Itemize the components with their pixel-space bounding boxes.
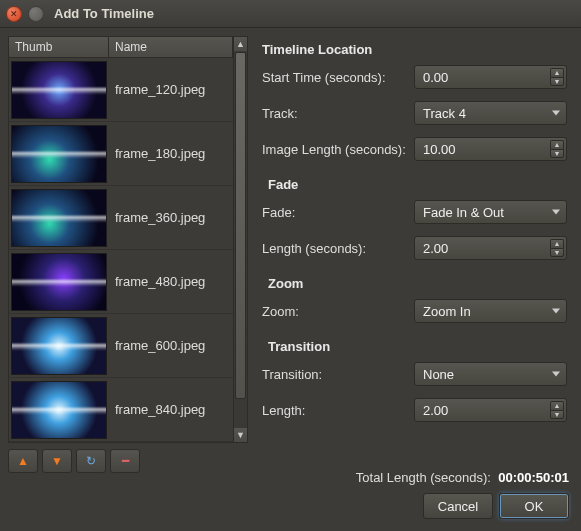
column-thumb[interactable]: Thumb bbox=[9, 37, 109, 57]
spin-up-icon[interactable]: ▲ bbox=[550, 401, 564, 410]
list-item[interactable]: frame_180.jpeg bbox=[9, 122, 233, 186]
chevron-down-icon bbox=[552, 309, 560, 314]
list-header: Thumb Name bbox=[9, 37, 233, 58]
spin-up-icon[interactable]: ▲ bbox=[550, 68, 564, 77]
thumbnail-image bbox=[11, 61, 107, 119]
file-name: frame_600.jpeg bbox=[109, 338, 205, 353]
transition-length-spinner[interactable]: 2.00 ▲▼ bbox=[414, 398, 567, 422]
list-item[interactable]: frame_120.jpeg bbox=[9, 58, 233, 122]
fade-dropdown[interactable]: Fade In & Out bbox=[414, 200, 567, 224]
thumbnail-image bbox=[11, 125, 107, 183]
start-time-spinner[interactable]: 0.00 ▲▼ bbox=[414, 65, 567, 89]
cancel-button[interactable]: Cancel bbox=[423, 493, 493, 519]
total-length-label: Total Length (seconds): bbox=[356, 470, 491, 485]
column-name[interactable]: Name bbox=[109, 37, 233, 57]
file-name: frame_840.jpeg bbox=[109, 402, 205, 417]
thumbnail-image bbox=[11, 253, 107, 311]
image-length-spinner[interactable]: 10.00 ▲▼ bbox=[414, 137, 567, 161]
chevron-down-icon bbox=[552, 210, 560, 215]
label-start-time: Start Time (seconds): bbox=[258, 70, 414, 85]
label-fade-length: Length (seconds): bbox=[258, 241, 414, 256]
transition-length-value: 2.00 bbox=[423, 403, 448, 418]
transition-value: None bbox=[423, 367, 454, 382]
list-item[interactable]: frame_840.jpeg bbox=[9, 378, 233, 442]
total-length-value: 00:00:50:01 bbox=[498, 470, 569, 485]
spin-down-icon[interactable]: ▼ bbox=[550, 410, 564, 420]
spin-down-icon[interactable]: ▼ bbox=[550, 77, 564, 87]
file-name: frame_480.jpeg bbox=[109, 274, 205, 289]
list-item[interactable]: frame_480.jpeg bbox=[9, 250, 233, 314]
zoom-value: Zoom In bbox=[423, 304, 471, 319]
file-name: frame_180.jpeg bbox=[109, 146, 205, 161]
image-length-value: 10.00 bbox=[423, 142, 456, 157]
window-minimize-button[interactable] bbox=[28, 6, 44, 22]
spin-down-icon[interactable]: ▼ bbox=[550, 149, 564, 159]
thumbnail-image bbox=[11, 317, 107, 375]
list-item[interactable]: frame_600.jpeg bbox=[9, 314, 233, 378]
label-transition: Transition: bbox=[258, 367, 414, 382]
track-value: Track 4 bbox=[423, 106, 466, 121]
vertical-scrollbar[interactable]: ▲ ▼ bbox=[233, 37, 247, 442]
fade-value: Fade In & Out bbox=[423, 205, 504, 220]
spin-up-icon[interactable]: ▲ bbox=[550, 140, 564, 149]
section-timeline-location: Timeline Location bbox=[262, 42, 567, 57]
spin-up-icon[interactable]: ▲ bbox=[550, 239, 564, 248]
track-dropdown[interactable]: Track 4 bbox=[414, 101, 567, 125]
section-zoom: Zoom bbox=[268, 276, 567, 291]
scroll-up-icon[interactable]: ▲ bbox=[234, 37, 247, 51]
chevron-down-icon bbox=[552, 111, 560, 116]
label-track: Track: bbox=[258, 106, 414, 121]
file-list[interactable]: Thumb Name frame_120.jpeg frame_180.jpeg… bbox=[8, 36, 248, 443]
section-transition: Transition bbox=[268, 339, 567, 354]
label-fade: Fade: bbox=[258, 205, 414, 220]
transition-dropdown[interactable]: None bbox=[414, 362, 567, 386]
total-length-line: Total Length (seconds): 00:00:50:01 bbox=[12, 470, 569, 485]
label-image-length: Image Length (seconds): bbox=[258, 142, 414, 157]
thumbnail-image bbox=[11, 381, 107, 439]
window-close-button[interactable]: ✕ bbox=[6, 6, 22, 22]
fade-length-spinner[interactable]: 2.00 ▲▼ bbox=[414, 236, 567, 260]
titlebar: ✕ Add To Timeline bbox=[0, 0, 581, 28]
start-time-value: 0.00 bbox=[423, 70, 448, 85]
scroll-down-icon[interactable]: ▼ bbox=[234, 428, 247, 442]
window-title: Add To Timeline bbox=[54, 6, 154, 21]
label-transition-length: Length: bbox=[258, 403, 414, 418]
scroll-thumb[interactable] bbox=[235, 52, 246, 399]
file-name: frame_360.jpeg bbox=[109, 210, 205, 225]
thumbnail-image bbox=[11, 189, 107, 247]
list-item[interactable]: frame_360.jpeg bbox=[9, 186, 233, 250]
label-zoom: Zoom: bbox=[258, 304, 414, 319]
ok-button[interactable]: OK bbox=[499, 493, 569, 519]
section-fade: Fade bbox=[268, 177, 567, 192]
file-name: frame_120.jpeg bbox=[109, 82, 205, 97]
fade-length-value: 2.00 bbox=[423, 241, 448, 256]
zoom-dropdown[interactable]: Zoom In bbox=[414, 299, 567, 323]
spin-down-icon[interactable]: ▼ bbox=[550, 248, 564, 258]
chevron-down-icon bbox=[552, 372, 560, 377]
